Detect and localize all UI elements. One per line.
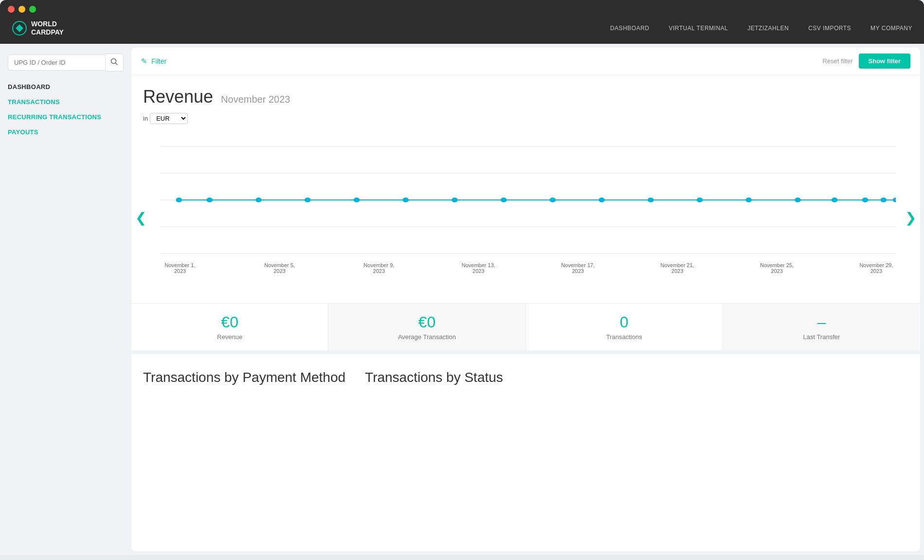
nav-my-company[interactable]: MY COMPANY [870,25,912,32]
sidebar-item-transactions[interactable]: TRANSACTIONS [8,98,124,106]
stat-avg-value: €0 [418,313,436,331]
stats-row: €0 Revenue €0 Average Transaction 0 Tran… [131,303,920,350]
svg-point-26 [795,198,801,202]
nav-jetzizahlen[interactable]: JETZIZAHLEN [747,25,789,32]
stat-last-transfer: – Last Transfer [723,304,920,350]
svg-point-14 [206,198,213,202]
stat-transactions-label: Transactions [606,333,642,341]
sidebar-nav: DASHBOARD TRANSACTIONS RECURRING TRANSAC… [8,83,124,136]
svg-point-16 [305,198,311,202]
stat-last-transfer-label: Last Transfer [803,333,840,341]
logo-icon [12,20,27,36]
svg-line-2 [116,63,118,65]
reset-filter-button[interactable]: Reset filter [822,57,852,65]
search-input[interactable] [8,54,106,71]
filter-bar: ✎ Filter Reset filter Show filter [131,48,920,75]
top-nav: WORLD CARDPAY DASHBOARD VIRTUAL TERMINAL… [0,13,924,44]
svg-point-21 [550,198,556,202]
svg-point-20 [501,198,507,202]
x-label-8: November 29,2023 [857,262,896,274]
x-label-7: November 25,2023 [758,262,797,274]
chart-prev-button[interactable]: ❮ [135,210,146,226]
traffic-light-red[interactable] [8,6,15,13]
logo: WORLD CARDPAY [12,20,64,36]
sidebar-item-dashboard[interactable]: DASHBOARD [8,83,124,90]
chart-container: ❮ ❯ 1.0 0.5 0.0 −0.5 −1.0 [131,132,920,303]
svg-point-28 [862,198,869,202]
nav-dashboard[interactable]: DASHBOARD [610,25,650,32]
revenue-title: Revenue [143,87,213,107]
stat-transactions: 0 Transactions [526,304,723,350]
nav-csv-imports[interactable]: CSV IMPORTS [808,25,851,32]
search-container [8,54,124,72]
x-label-1: November 1,2023 [161,262,199,274]
stat-transactions-value: 0 [620,313,629,331]
chart-next-button[interactable]: ❯ [905,210,916,226]
transactions-by-status: Transactions by Status [365,370,503,385]
svg-point-22 [598,198,605,202]
traffic-light-yellow[interactable] [18,6,25,13]
currency-label: in [143,115,148,122]
svg-point-27 [832,198,838,202]
svg-point-17 [354,198,360,202]
transactions-by-payment-method: Transactions by Payment Method [143,370,345,385]
currency-selector: in EUR USD GBP [143,113,908,124]
stat-revenue-value: €0 [221,313,238,331]
search-button[interactable] [106,54,124,72]
x-label-4: November 13,2023 [459,262,498,274]
nav-links: DASHBOARD VIRTUAL TERMINAL JETZIZAHLEN C… [610,25,912,32]
x-label-2: November 5,2023 [260,262,299,274]
svg-point-23 [648,198,654,202]
stat-revenue-label: Revenue [217,333,242,341]
revenue-period: November 2023 [221,94,290,105]
filter-icon: ✎ [141,57,147,66]
sidebar: DASHBOARD TRANSACTIONS RECURRING TRANSAC… [0,44,131,555]
logo-line2: CARDPAY [31,28,64,36]
stat-avg-transaction: €0 Average Transaction [328,304,525,350]
revenue-chart: 1.0 0.5 0.0 −0.5 −1.0 [161,137,896,263]
svg-point-30 [893,198,896,202]
section-divider [131,350,920,354]
revenue-header: Revenue November 2023 [143,87,908,107]
logo-line1: WORLD [31,20,64,28]
filter-actions: Reset filter Show filter [822,54,910,69]
svg-point-29 [881,198,887,202]
nav-virtual-terminal[interactable]: VIRTUAL TERMINAL [669,25,728,32]
svg-point-24 [697,198,703,202]
content-area: ✎ Filter Reset filter Show filter Revenu… [131,48,920,551]
main-layout: DASHBOARD TRANSACTIONS RECURRING TRANSAC… [0,44,924,555]
stat-revenue: €0 Revenue [131,304,328,350]
stat-avg-label: Average Transaction [398,333,456,341]
svg-point-15 [255,198,262,202]
traffic-light-green[interactable] [29,6,36,13]
search-icon [110,60,118,67]
x-label-6: November 21,2023 [658,262,697,274]
sidebar-item-recurring[interactable]: RECURRING TRANSACTIONS [8,113,124,121]
bottom-sections: Transactions by Payment Method Transacti… [131,354,920,401]
x-label-3: November 9,2023 [360,262,399,274]
show-filter-button[interactable]: Show filter [859,54,910,69]
sidebar-item-payouts[interactable]: PAYOUTS [8,128,124,136]
filter-label: ✎ Filter [141,57,166,66]
currency-select[interactable]: EUR USD GBP [150,113,188,124]
revenue-section: Revenue November 2023 in EUR USD GBP [131,75,920,124]
window-chrome [0,0,924,13]
stat-last-transfer-value: – [817,313,826,331]
x-label-5: November 17,2023 [559,262,598,274]
svg-point-25 [746,198,752,202]
svg-point-19 [452,198,458,202]
svg-point-13 [176,198,182,202]
svg-point-18 [402,198,409,202]
